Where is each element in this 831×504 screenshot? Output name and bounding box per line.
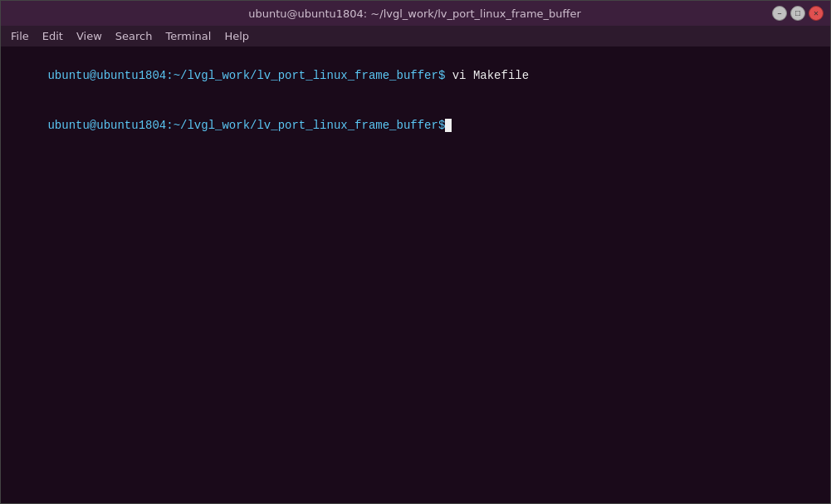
cursor <box>445 119 452 132</box>
minimize-icon: – <box>777 9 782 18</box>
command-1: vi Makefile <box>445 69 529 82</box>
maximize-icon: □ <box>795 9 800 18</box>
terminal-window: ubuntu@ubuntu1804: ~/lvgl_work/lv_port_l… <box>0 0 831 504</box>
prompt-1: ubuntu@ubuntu1804:~/lvgl_work/lv_port_li… <box>47 69 445 82</box>
title-bar: ubuntu@ubuntu1804: ~/lvgl_work/lv_port_l… <box>1 1 830 26</box>
menu-edit[interactable]: Edit <box>36 28 70 44</box>
close-button[interactable]: ✕ <box>809 6 824 21</box>
window-controls: – □ ✕ <box>772 6 824 21</box>
window-title: ubuntu@ubuntu1804: ~/lvgl_work/lv_port_l… <box>57 7 772 20</box>
maximize-button[interactable]: □ <box>790 6 805 21</box>
menu-view[interactable]: View <box>70 28 109 44</box>
minimize-button[interactable]: – <box>772 6 787 21</box>
terminal-body[interactable]: ubuntu@ubuntu1804:~/lvgl_work/lv_port_li… <box>1 47 830 503</box>
menu-file[interactable]: File <box>4 28 36 44</box>
menu-bar: File Edit View Search Terminal Help <box>1 26 830 47</box>
terminal-line-1: ubuntu@ubuntu1804:~/lvgl_work/lv_port_li… <box>6 51 825 100</box>
menu-search[interactable]: Search <box>109 28 159 44</box>
close-icon: ✕ <box>814 8 819 18</box>
terminal-line-2: ubuntu@ubuntu1804:~/lvgl_work/lv_port_li… <box>6 100 825 150</box>
prompt-2: ubuntu@ubuntu1804:~/lvgl_work/lv_port_li… <box>47 119 445 132</box>
menu-terminal[interactable]: Terminal <box>159 28 218 44</box>
menu-help[interactable]: Help <box>218 28 256 44</box>
